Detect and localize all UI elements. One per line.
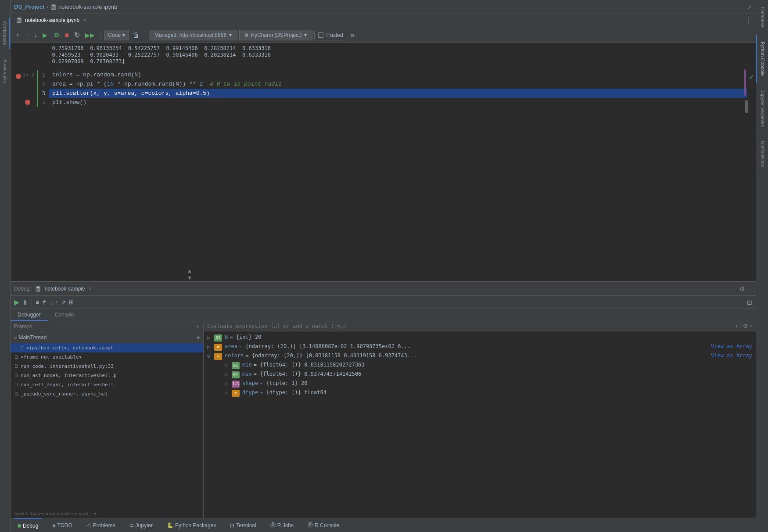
status-r-jobs[interactable]: Ⓡ R Jobs — [267, 518, 297, 532]
cell-label: In 2 — [23, 72, 35, 78]
frame-item-2[interactable]: 🗋 run_code, interactiveshell.py:33 — [11, 362, 203, 371]
tab-bar: 📓 notebook-sample.ipynb × ⋮ — [11, 14, 756, 27]
move-up-button[interactable]: ↑ — [23, 30, 30, 40]
var-shape-expand[interactable]: ▷ — [225, 381, 232, 387]
toolbar-sep-2 — [145, 31, 145, 40]
tab-menu[interactable]: ⋮ — [742, 16, 756, 25]
notifications-tab[interactable]: Notifications — [756, 134, 768, 174]
cell-lines: 1 colors = np.random.rand(N) 2 area = np… — [38, 70, 747, 107]
cell-type-dropdown[interactable]: Code ▾ — [104, 30, 129, 40]
status-problems[interactable]: ⚠ Problems — [83, 518, 119, 532]
move-down-button[interactable]: ↓ — [32, 30, 39, 40]
thread-selector: ≡ MainThread ▾ — [11, 332, 203, 343]
status-r-console[interactable]: Ⓡ R Console — [304, 518, 343, 532]
var-item-N: ▷ 01 N = {int} 20 — [204, 333, 756, 342]
frame-item-0[interactable]: − 🗋 <ipython cell>, notebook-sampl — [11, 343, 203, 352]
frames-add-icon[interactable]: + — [196, 323, 200, 330]
status-todo-label: TODO — [57, 522, 72, 528]
debug-step-into-button[interactable]: ↓ — [50, 299, 53, 306]
var-max-name: max — [242, 371, 252, 377]
status-python-packages[interactable]: 🐍 Python Packages — [163, 518, 219, 532]
kernel-button[interactable]: PyCharm (DSProject) ▾ — [239, 30, 312, 40]
breadcrumb-file[interactable]: notebook-sample.ipynb — [58, 4, 117, 10]
add-cell-button[interactable]: + — [14, 30, 22, 40]
debug-layout-button[interactable]: ⊡ — [747, 299, 752, 306]
managed-kernel-button[interactable]: Managed: http://localhost:8888 ▾ — [149, 30, 237, 40]
frame-item-4[interactable]: 🗋 run_cell_async, interactiveshell. — [11, 380, 203, 389]
debug-evaluate-button[interactable]: ⊞ — [69, 299, 74, 306]
debug-run-to-cursor-button[interactable]: ↗ — [61, 299, 66, 306]
eval-settings-button[interactable]: ⚙ — [743, 323, 748, 329]
var-dtype-expand[interactable]: ▷ — [225, 390, 232, 396]
database-tab[interactable]: Database — [756, 0, 768, 35]
line-code-1[interactable]: colors = np.random.rand(N) — [49, 70, 747, 79]
debug-step-out-button[interactable]: ↑ — [55, 299, 58, 306]
var-min-expand[interactable]: ▷ — [225, 362, 232, 368]
status-python-packages-label: Python Packages — [175, 522, 216, 528]
problems-icon: ⚠ — [86, 522, 91, 528]
debug-gear-icon[interactable]: ⚙ — [739, 285, 745, 292]
delete-cell-button[interactable]: 🗑 — [131, 30, 141, 40]
debug-tab-close[interactable]: × — [89, 286, 91, 291]
status-todo[interactable]: ≡ TODO — [49, 518, 75, 532]
var-max-expand[interactable]: ▷ — [225, 371, 232, 377]
thread-dropdown-icon[interactable]: ▾ — [197, 334, 200, 341]
hint-close-icon[interactable]: × — [94, 511, 97, 516]
hint-text: Switch frames from anywhere in th... — [14, 511, 92, 516]
eval-input[interactable] — [207, 323, 732, 329]
status-terminal[interactable]: ⊡ Terminal — [226, 518, 259, 532]
notebook-tab[interactable]: 📓 notebook-sample.ipynb × — [11, 14, 92, 27]
var-shape-value: = {tuple: 1} 20 — [260, 380, 752, 386]
line-num-1: 1 — [38, 72, 49, 78]
debug-tab-label[interactable]: notebook-sample — [45, 286, 85, 292]
restart-all-button[interactable]: ▶▶ — [83, 31, 97, 40]
managed-arrow: ▾ — [229, 32, 232, 38]
eval-add-button[interactable]: + — [735, 323, 738, 329]
run-all-button[interactable]: ⚙ — [52, 31, 61, 40]
frame-item-5[interactable]: 🗋 _pseudo_sync_runner, async_hel — [11, 389, 203, 399]
workspace-tab[interactable]: Workspace — [0, 18, 10, 49]
trusted-button[interactable]: Trusted — [314, 30, 347, 40]
status-jupyter[interactable]: ⊂ Jupyter — [126, 518, 156, 532]
popout-icon[interactable]: ⤢ — [747, 4, 752, 11]
status-debug[interactable]: Debug — [14, 518, 42, 532]
debug-step-over-button[interactable]: ↱ — [42, 299, 47, 306]
line-code-2[interactable]: area = np.pi * (15 * np.random.rand(N)) … — [49, 79, 747, 89]
var-dtype-name: dtype — [242, 389, 258, 395]
run-button[interactable]: ▶I — [41, 31, 50, 40]
thread-label[interactable]: MainThread — [18, 334, 197, 341]
restart-button[interactable]: ↻ — [72, 30, 82, 40]
eval-arrow: ▾ — [750, 323, 752, 329]
python-console-tab[interactable]: Python Console — [756, 35, 768, 83]
console-tab[interactable]: Console — [48, 309, 81, 321]
var-area-link[interactable]: View as Array — [711, 343, 752, 349]
breakpoint-2[interactable] — [25, 100, 30, 105]
debugger-tab[interactable]: Debugger — [11, 309, 48, 321]
frame-scroll-minus[interactable]: − — [14, 345, 17, 351]
debug-play-button[interactable]: ▶ — [14, 298, 19, 306]
debug-minimize-icon[interactable]: − — [749, 285, 752, 292]
debug-pause-button[interactable]: ⏸ — [22, 299, 28, 306]
jupyter-variables-tab[interactable]: Jupyter Variables — [756, 83, 768, 134]
var-max-badge: 01 — [232, 371, 240, 378]
scroll-thumb[interactable] — [745, 100, 748, 113]
breadcrumb-project[interactable]: DS_Project — [14, 4, 44, 10]
bookmarks-tab[interactable]: Bookmarks — [1, 56, 10, 87]
managed-label: Managed: http://localhost:8888 — [154, 32, 226, 38]
var-colors-link[interactable]: View as Array — [711, 352, 752, 359]
left-sidebar: Workspace Bookmarks — [0, 0, 11, 532]
line-code-3[interactable]: plt.scatter(x, y, s=area, c=colors, alph… — [49, 89, 747, 98]
var-area-expand[interactable]: ▷ — [207, 344, 214, 350]
status-r-jobs-label: R Jobs — [277, 522, 294, 528]
stop-button[interactable]: ■ — [63, 30, 71, 40]
var-colors-expand[interactable]: ▽ — [207, 353, 214, 359]
breakpoint-1[interactable] — [16, 74, 21, 79]
debug-all-frames-button[interactable]: ≡ — [36, 299, 39, 306]
more-button[interactable]: » — [349, 30, 356, 40]
line-code-4[interactable]: plt.show() — [49, 98, 747, 107]
notebook-tab-close[interactable]: × — [84, 18, 86, 22]
var-N-expand[interactable]: ▷ — [207, 334, 214, 341]
frame-item-1[interactable]: 🗋 <frame not available> — [11, 352, 203, 362]
var-colors-name: colors — [225, 352, 244, 359]
frame-item-3[interactable]: 🗋 run_ast_nodes, interactiveshell.p — [11, 371, 203, 380]
